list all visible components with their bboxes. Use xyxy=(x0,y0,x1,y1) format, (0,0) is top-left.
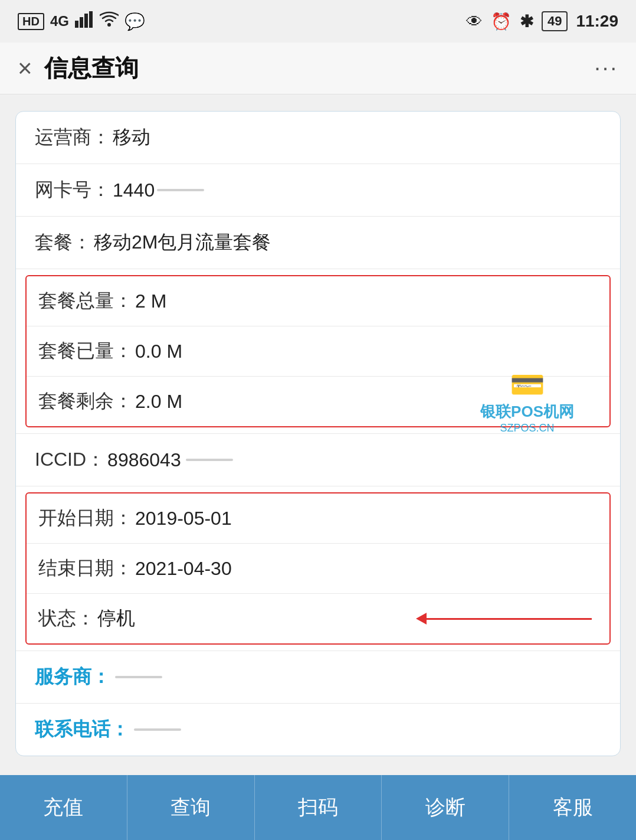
service-button[interactable]: 客服 xyxy=(509,775,636,840)
card-no-value: 1440 xyxy=(113,179,155,201)
battery-indicator: 49 xyxy=(542,11,568,31)
watermark-sub-text: SZPOS.CN xyxy=(500,422,555,434)
top-bar: × 信息查询 ··· xyxy=(0,43,636,94)
remaining-value: 2.0 M xyxy=(135,391,182,413)
total-row: 套餐总量： 2 M xyxy=(27,276,609,326)
start-date-row: 开始日期： 2019-05-01 xyxy=(27,493,609,544)
iccid-label: ICCID： xyxy=(35,447,105,473)
package-stats-wrapper: 套餐总量： 2 M 套餐已量： 0.0 M 套餐剩余： 2.0 M 💳 银联PO… xyxy=(16,269,620,434)
watermark: 💳 银联POS机网 SZPOS.CN xyxy=(480,368,574,434)
end-date-value: 2021-04-30 xyxy=(135,558,232,580)
card-no-label: 网卡号： xyxy=(35,177,110,203)
card-no-row: 网卡号： 1440 xyxy=(16,164,620,217)
eye-icon: 👁 xyxy=(466,12,483,31)
operator-value: 移动 xyxy=(113,125,150,151)
used-label: 套餐已量： xyxy=(38,338,133,364)
page-title: 信息查询 xyxy=(44,52,139,84)
status-label: 状态： xyxy=(38,606,95,632)
svg-rect-0 xyxy=(75,21,78,28)
dates-status-section: 开始日期： 2019-05-01 结束日期： 2021-04-30 状态： 停机 xyxy=(25,492,611,645)
watermark-icon: 💳 xyxy=(510,368,545,401)
arrow-head-icon xyxy=(416,613,427,625)
arrow-annotation xyxy=(416,613,592,625)
total-value: 2 M xyxy=(135,290,166,312)
end-date-label: 结束日期： xyxy=(38,555,133,581)
wifi-icon xyxy=(100,11,119,32)
contact-value-blurred xyxy=(134,728,181,731)
scan-button[interactable]: 扫码 xyxy=(255,775,382,840)
svg-rect-2 xyxy=(84,14,88,28)
service-value-blurred xyxy=(115,676,162,678)
service-label: 服务商： xyxy=(35,664,110,690)
status-row: 状态： 停机 xyxy=(27,594,609,643)
start-date-value: 2019-05-01 xyxy=(135,508,232,530)
start-date-label: 开始日期： xyxy=(38,505,133,531)
alarm-icon: ⏰ xyxy=(491,12,512,31)
total-label: 套餐总量： xyxy=(38,288,133,314)
diagnose-button[interactable]: 诊断 xyxy=(382,775,509,840)
svg-point-4 xyxy=(107,23,111,27)
package-label: 套餐： xyxy=(35,230,91,256)
status-right: 👁 ⏰ ✱ 49 11:29 xyxy=(466,11,618,31)
iccid-row: ICCID： 8986043 xyxy=(16,434,620,486)
iccid-blurred xyxy=(186,459,233,461)
end-date-row: 结束日期： 2021-04-30 xyxy=(27,544,609,594)
remaining-row: 套餐剩余： 2.0 M 💳 银联POS机网 SZPOS.CN xyxy=(27,377,609,426)
contact-label: 联系电话： xyxy=(35,717,129,743)
card-no-blurred xyxy=(157,189,204,191)
info-card: 运营商： 移动 网卡号： 1440 套餐： 移动2M包月流量套餐 套餐总量： 2… xyxy=(15,111,621,756)
watermark-main-text: 银联POS机网 xyxy=(480,401,574,422)
svg-rect-3 xyxy=(89,11,93,28)
wechat-icon: 💬 xyxy=(124,12,145,31)
iccid-value: 8986043 xyxy=(107,449,181,471)
status-bar: HD 4G 💬 👁 ⏰ ✱ 49 11:29 xyxy=(0,0,636,43)
signal-icon xyxy=(75,11,94,32)
svg-rect-1 xyxy=(80,17,83,28)
action-bar: 充值 查询 扫码 诊断 客服 xyxy=(0,775,636,840)
more-button[interactable]: ··· xyxy=(594,55,618,81)
query-button[interactable]: 查询 xyxy=(127,775,255,840)
arrow-line xyxy=(427,618,592,620)
used-value: 0.0 M xyxy=(135,341,182,362)
hd-badge: HD xyxy=(18,13,44,30)
status-value: 停机 xyxy=(97,606,135,632)
operator-label: 运营商： xyxy=(35,125,110,151)
network-icon: 4G xyxy=(50,13,69,30)
bluetooth-icon: ✱ xyxy=(520,12,533,31)
status-left: HD 4G 💬 xyxy=(18,11,145,32)
close-button[interactable]: × xyxy=(18,54,32,83)
service-row: 服务商： xyxy=(16,651,620,704)
time-display: 11:29 xyxy=(576,12,618,31)
package-value: 移动2M包月流量套餐 xyxy=(94,230,271,256)
package-stats-section: 套餐总量： 2 M 套餐已量： 0.0 M 套餐剩余： 2.0 M 💳 银联PO… xyxy=(25,275,611,427)
contact-row: 联系电话： xyxy=(16,704,620,756)
recharge-button[interactable]: 充值 xyxy=(0,775,127,840)
operator-row: 运营商： 移动 xyxy=(16,112,620,164)
dates-status-wrapper: 开始日期： 2019-05-01 结束日期： 2021-04-30 状态： 停机 xyxy=(16,486,620,651)
package-row: 套餐： 移动2M包月流量套餐 xyxy=(16,217,620,269)
top-bar-left: × 信息查询 xyxy=(18,52,139,84)
main-content: 运营商： 移动 网卡号： 1440 套餐： 移动2M包月流量套餐 套餐总量： 2… xyxy=(0,94,636,775)
remaining-label: 套餐剩余： xyxy=(38,388,133,414)
